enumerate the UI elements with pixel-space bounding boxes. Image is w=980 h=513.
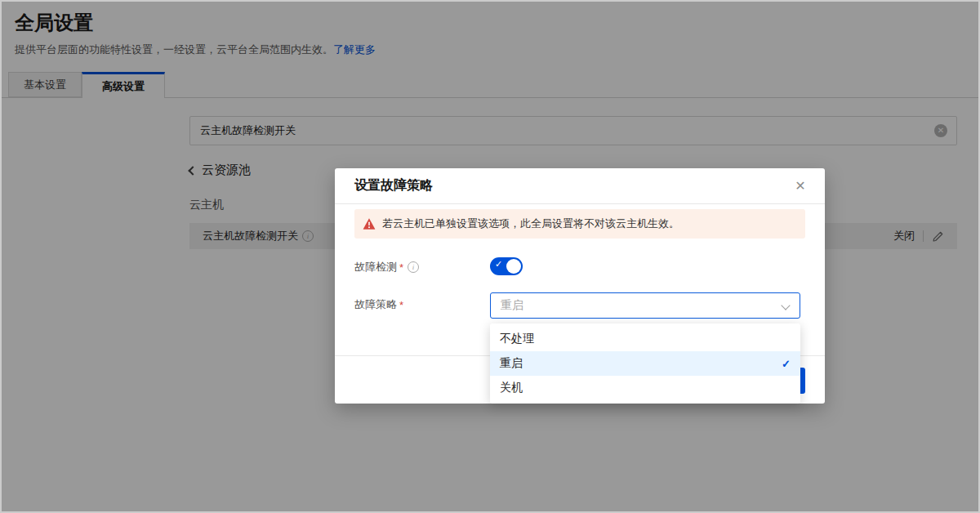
dropdown-option-no-action[interactable]: 不处理 [490,327,800,351]
dialog-header: 设置故障策略 ✕ [335,168,825,204]
selected-check-icon: ✓ [782,358,791,370]
option-label: 不处理 [500,332,534,346]
required-asterisk: * [399,261,403,274]
fault-detect-toggle[interactable]: ✓ [490,257,523,275]
toggle-knob [506,259,521,274]
warning-alert-text: 若云主机已单独设置该选项，此全局设置将不对该云主机生效。 [382,216,679,231]
fault-policy-label: 故障策略 * [354,297,403,312]
fault-detect-label-text: 故障检测 [354,260,397,274]
required-asterisk: * [399,299,403,311]
toggle-check-icon: ✓ [495,259,502,270]
fault-policy-select-value: 重启 [501,298,523,313]
warning-triangle-icon [363,217,376,230]
option-label: 关机 [500,381,523,395]
app-window: 全局设置 提供平台层面的功能特性设置，一经设置，云平台全局范围内生效。了解更多 … [0,0,980,513]
fault-detect-label: 故障检测 * i [354,260,419,274]
warning-alert: 若云主机已单独设置该选项，此全局设置将不对该云主机生效。 [354,209,805,239]
dialog-title: 设置故障策略 [354,177,433,194]
chevron-down-icon [781,301,790,310]
fault-policy-select[interactable]: 重启 [490,292,800,319]
close-icon[interactable]: ✕ [792,178,808,194]
fault-policy-dialog: 设置故障策略 ✕ 若云主机已单独设置该选项，此全局设置将不对该云主机生效。 故障… [335,168,825,404]
info-icon[interactable]: i [408,261,419,273]
dropdown-option-shutdown[interactable]: 关机 [490,376,800,400]
fault-policy-label-text: 故障策略 [354,297,397,312]
dropdown-option-restart[interactable]: 重启 ✓ [490,351,800,376]
fault-policy-dropdown: 不处理 重启 ✓ 关机 [490,323,800,404]
option-label: 重启 [500,356,523,371]
